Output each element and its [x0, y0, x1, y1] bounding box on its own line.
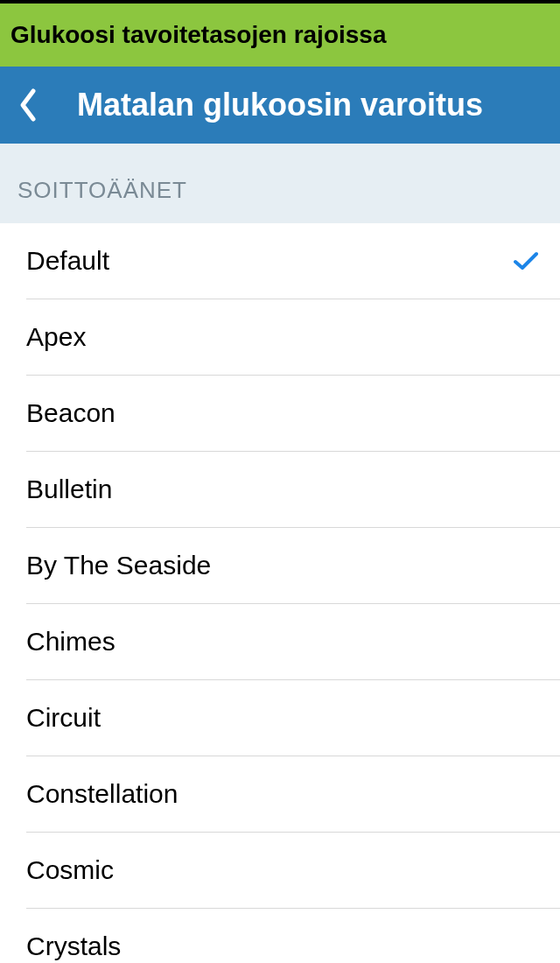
ringtone-item[interactable]: Chimes [26, 604, 560, 680]
ringtone-label: Bulletin [26, 474, 112, 504]
ringtone-list: DefaultApexBeaconBulletinBy The SeasideC… [0, 223, 560, 963]
ringtone-item[interactable]: Default [26, 223, 560, 299]
ringtone-label: Beacon [26, 398, 116, 428]
ringtones-section-header: SOITTOÄÄNET [0, 144, 560, 223]
checkmark-icon [513, 248, 539, 274]
page-title: Matalan glukoosin varoitus [77, 87, 483, 123]
ringtone-item[interactable]: Crystals [26, 909, 560, 963]
ringtone-item[interactable]: Constellation [26, 756, 560, 833]
glucose-status-banner: Glukoosi tavoitetasojen rajoissa [0, 4, 560, 67]
ringtone-item[interactable]: Cosmic [26, 833, 560, 909]
ringtone-label: Constellation [26, 779, 178, 809]
ringtone-item[interactable]: Circuit [26, 680, 560, 756]
ringtone-item[interactable]: By The Seaside [26, 528, 560, 604]
status-banner-text: Glukoosi tavoitetasojen rajoissa [10, 21, 386, 48]
navigation-bar: Matalan glukoosin varoitus [0, 67, 560, 144]
ringtone-item[interactable]: Apex [26, 299, 560, 376]
ringtone-label: Chimes [26, 627, 116, 657]
chevron-left-icon [18, 88, 38, 123]
ringtone-item[interactable]: Bulletin [26, 452, 560, 528]
ringtone-item[interactable]: Beacon [26, 376, 560, 452]
ringtone-label: Crystals [26, 931, 121, 961]
ringtone-label: Circuit [26, 703, 101, 733]
ringtone-label: By The Seaside [26, 551, 211, 580]
ringtone-label: Apex [26, 322, 86, 352]
ringtone-label: Cosmic [26, 855, 114, 885]
back-button[interactable] [7, 67, 49, 144]
ringtone-label: Default [26, 246, 109, 276]
